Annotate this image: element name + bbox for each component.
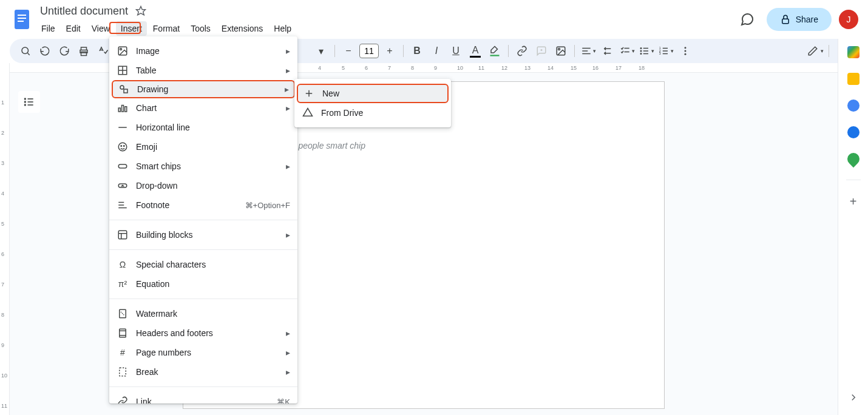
star-icon[interactable] [135, 5, 146, 16]
svg-rect-57 [118, 231, 127, 239]
insert-watermark-item[interactable]: Watermark [109, 304, 297, 323]
insert-menu-dropdown: Image ▸ Table ▸ Drawing ▸ Chart ▸ Horizo… [109, 36, 297, 403]
submenu-arrow-icon: ▸ [286, 46, 290, 56]
emoji-icon [117, 141, 129, 153]
get-addons-button[interactable]: + [850, 195, 857, 209]
print-button[interactable] [75, 42, 92, 59]
font-size-input[interactable] [359, 44, 379, 58]
submenu-arrow-icon: ▸ [286, 328, 290, 338]
hide-sidepanel-button[interactable] [848, 392, 859, 405]
add-comment-button[interactable] [533, 42, 550, 59]
svg-rect-5 [782, 19, 788, 24]
menu-file[interactable]: File [36, 21, 60, 36]
footnote-icon [117, 199, 129, 211]
numbered-list-button[interactable]: 123▾ [657, 42, 674, 59]
font-dropdown-arrow[interactable]: ▾ [313, 42, 330, 59]
menu-tools[interactable]: Tools [186, 21, 215, 36]
svg-rect-44 [124, 89, 127, 93]
submenu-arrow-icon: ▸ [286, 367, 290, 377]
insert-drawing-item[interactable]: Drawing ▸ [112, 80, 295, 98]
document-title[interactable]: Untitled document [36, 4, 132, 19]
image-icon [117, 45, 129, 57]
page-numbers-icon: # [117, 346, 129, 359]
lock-icon [780, 14, 791, 25]
menu-extensions[interactable]: Extensions [217, 21, 268, 36]
menu-insert[interactable]: Insert [116, 21, 147, 36]
line-spacing-button[interactable] [599, 42, 616, 59]
insert-image-item[interactable]: Image ▸ [109, 41, 297, 61]
svg-line-61 [121, 312, 124, 315]
menu-help[interactable]: Help [269, 21, 296, 36]
svg-point-39 [120, 49, 122, 50]
comment-history-button[interactable] [735, 7, 759, 32]
insert-link-item[interactable]: Link ⌘K [109, 392, 297, 403]
svg-point-17 [640, 48, 642, 49]
text-color-button[interactable]: A [467, 42, 484, 59]
contacts-addon-icon[interactable] [847, 126, 860, 138]
svg-rect-62 [120, 329, 126, 337]
insert-emoji-item[interactable]: Emoji [109, 137, 297, 157]
svg-rect-0 [15, 10, 29, 29]
side-panel: + [838, 39, 868, 415]
bold-button[interactable]: B [409, 42, 426, 59]
insert-break-item[interactable]: Break ▸ [109, 362, 297, 382]
account-avatar[interactable]: J [839, 10, 858, 29]
building-blocks-icon [117, 229, 129, 241]
insert-horizontal-line-item[interactable]: Horizontal line [109, 118, 297, 137]
insert-table-item[interactable]: Table ▸ [109, 61, 297, 80]
increase-font-button[interactable]: + [381, 42, 398, 59]
menu-view[interactable]: View [87, 21, 115, 36]
tasks-addon-icon[interactable] [847, 100, 860, 112]
svg-point-32 [25, 98, 26, 100]
insert-chart-item[interactable]: Chart ▸ [109, 98, 297, 118]
smart-chips-icon [117, 160, 129, 172]
drawing-new-item[interactable]: New [297, 84, 449, 103]
svg-point-51 [124, 146, 125, 147]
submenu-arrow-icon: ▸ [286, 348, 290, 357]
keep-addon-icon[interactable] [847, 73, 860, 85]
svg-rect-1 [18, 15, 26, 16]
insert-headers-footers-item[interactable]: Headers and footers ▸ [109, 323, 297, 343]
search-menus-button[interactable] [17, 42, 34, 59]
drawing-submenu: New From Drive [294, 79, 451, 127]
decrease-font-button[interactable]: − [340, 42, 357, 59]
checklist-button[interactable]: ▾ [619, 42, 636, 59]
svg-point-34 [25, 101, 26, 103]
insert-equation-item[interactable]: π² Equation [109, 274, 297, 294]
insert-page-numbers-item[interactable]: # Page numbers ▸ [109, 343, 297, 362]
insert-footnote-item[interactable]: Footnote ⌘+Option+F [109, 195, 297, 215]
align-button[interactable]: ▾ [580, 42, 597, 59]
insert-dropdown-item[interactable]: Drop-down [109, 176, 297, 195]
italic-button[interactable]: I [428, 42, 445, 59]
highlight-color-button[interactable] [486, 42, 503, 59]
undo-button[interactable] [36, 42, 53, 59]
maps-addon-icon[interactable] [844, 150, 861, 167]
svg-point-43 [120, 86, 124, 89]
menu-format[interactable]: Format [148, 21, 185, 36]
show-outline-button[interactable] [18, 91, 40, 113]
redo-button[interactable] [56, 42, 73, 59]
menubar: File Edit View Insert Format Tools Exten… [36, 21, 296, 36]
more-button[interactable] [677, 42, 694, 59]
insert-image-button[interactable] [552, 42, 569, 59]
svg-rect-2 [18, 18, 26, 19]
svg-point-19 [640, 50, 642, 52]
bulleted-list-button[interactable]: ▾ [638, 42, 655, 59]
insert-special-characters-item[interactable]: Ω Special characters [109, 255, 297, 274]
menu-edit[interactable]: Edit [61, 21, 86, 36]
calendar-addon-icon[interactable] [847, 46, 860, 58]
link-icon [117, 396, 129, 403]
drawing-from-drive-item[interactable]: From Drive [294, 103, 451, 123]
drive-icon [302, 107, 314, 119]
editing-mode-button[interactable]: ▾ [807, 42, 824, 59]
submenu-arrow-icon: ▸ [286, 103, 290, 113]
svg-point-30 [685, 50, 687, 52]
svg-rect-46 [122, 106, 124, 112]
underline-button[interactable]: U [447, 42, 464, 59]
insert-link-button[interactable] [514, 42, 531, 59]
share-button[interactable]: Share [767, 8, 832, 31]
insert-smart-chips-item[interactable]: Smart chips ▸ [109, 157, 297, 176]
chart-icon [117, 102, 129, 114]
docs-logo[interactable] [10, 7, 34, 32]
insert-building-blocks-item[interactable]: Building blocks ▸ [109, 225, 297, 245]
